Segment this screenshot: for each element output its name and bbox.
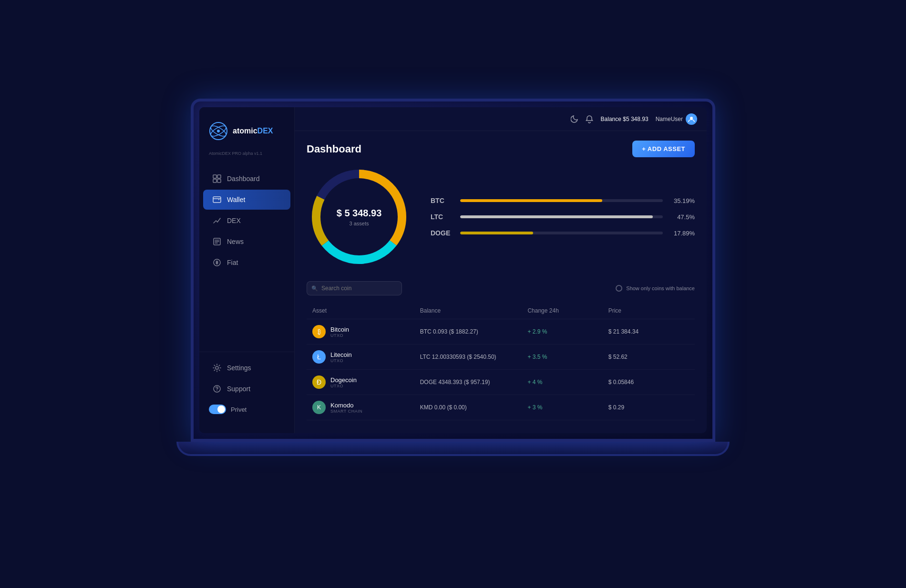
- logo-icon: [209, 122, 228, 141]
- coin-name-kmd: Komodo: [330, 402, 362, 409]
- show-balance-radio[interactable]: [616, 285, 622, 292]
- svg-rect-8: [213, 197, 221, 203]
- change-btc: + 2.9 %: [527, 328, 608, 335]
- donut-amount: $ 5 348.93: [337, 208, 382, 219]
- news-label: News: [227, 238, 244, 245]
- settings-label: Settings: [227, 364, 251, 372]
- support-icon: [213, 385, 221, 393]
- sidebar-item-dex[interactable]: DEX: [203, 211, 290, 231]
- news-icon: [213, 237, 221, 246]
- user-menu[interactable]: NameUser: [656, 113, 697, 125]
- coin-icon-btc: ₿: [312, 325, 326, 338]
- coin-icon-kmd: K: [312, 401, 326, 414]
- coin-icon-doge: Ð: [312, 375, 326, 389]
- logo-area: atomicDEX: [199, 117, 294, 150]
- svg-point-13: [216, 390, 217, 391]
- legend-doge-pct: 17.89%: [669, 230, 695, 237]
- add-asset-button[interactable]: + ADD ASSET: [632, 141, 695, 157]
- balance-btc: BTC 0.093 ($ 1882.27): [420, 328, 528, 335]
- coin-tag-ltc: UTXO: [330, 358, 352, 363]
- sidebar-bottom: Settings Support Privet: [199, 352, 294, 424]
- privet-toggle[interactable]: [209, 405, 226, 414]
- asset-cell-btc: ₿ Bitcoin UTXO: [312, 325, 420, 338]
- legend-doge: DOGE 17.89%: [431, 229, 695, 237]
- show-balance-toggle[interactable]: Show only coins with balance: [616, 285, 695, 292]
- asset-cell-ltc: Ł Litecoin UTXO: [312, 350, 420, 364]
- table-row[interactable]: Ð Dogecoin UTXO DOGE 4348.393 ($ 957.19)…: [307, 370, 695, 395]
- balance-doge: DOGE 4348.393 ($ 957.19): [420, 379, 528, 385]
- dashboard-icon: [213, 174, 221, 183]
- username: NameUser: [656, 116, 683, 122]
- logo-text: atomicDEX: [233, 127, 273, 135]
- laptop-base: [176, 442, 730, 456]
- table-row[interactable]: ₿ Bitcoin UTXO BTC 0.093 ($ 1882.27) + 2…: [307, 319, 695, 345]
- legend-doge-track: [460, 232, 663, 234]
- sidebar-item-settings[interactable]: Settings: [203, 358, 290, 378]
- legend-btc-pct: 35.19%: [669, 197, 695, 204]
- table-row[interactable]: Ł Litecoin UTXO LTC 12.00330593 ($ 2540.…: [307, 345, 695, 370]
- legend-doge-fill: [460, 232, 533, 234]
- sidebar-item-dashboard[interactable]: Dashboard: [203, 169, 290, 189]
- assets-table: Asset Balance Change 24h Price ₿: [307, 303, 695, 420]
- moon-icon[interactable]: [571, 115, 579, 123]
- balance-kmd: KMD 0.00 ($ 0.00): [420, 404, 528, 411]
- svg-point-14: [690, 117, 693, 120]
- change-kmd: + 3 %: [527, 404, 608, 411]
- coin-info-kmd: Komodo SMART CHAIN: [330, 402, 362, 414]
- balance-amount: $5 348.93: [623, 116, 648, 122]
- top-header: Balance $5 348.93 NameUser: [295, 107, 707, 131]
- svg-rect-6: [213, 179, 216, 182]
- version-label: AtomicDEX PRO alpha v1.1: [199, 150, 294, 163]
- legend-ltc-name: LTC: [431, 213, 454, 221]
- svg-point-3: [217, 130, 220, 132]
- legend-ltc: LTC 47.5%: [431, 213, 695, 221]
- price-kmd: $ 0.29: [608, 404, 689, 411]
- legend-btc-track: [460, 199, 663, 202]
- page-title: Dashboard: [307, 143, 361, 155]
- change-ltc: + 3.5 %: [527, 354, 608, 360]
- coin-tag-btc: UTXO: [330, 333, 349, 338]
- dex-label: DEX: [227, 217, 241, 224]
- coin-info-btc: Bitcoin UTXO: [330, 326, 349, 338]
- show-balance-text: Show only coins with balance: [626, 285, 695, 291]
- asset-cell-kmd: K Komodo SMART CHAIN: [312, 401, 420, 414]
- donut-label: 3 assets: [337, 221, 382, 226]
- sidebar-item-news[interactable]: News: [203, 232, 290, 252]
- chart-legend: BTC 35.19% LTC: [431, 197, 695, 237]
- col-balance: Balance: [420, 307, 528, 314]
- search-wrap: 🔍: [307, 281, 402, 295]
- user-avatar: [686, 113, 697, 125]
- nav-items: Dashboard Wallet: [199, 163, 294, 352]
- sidebar: atomicDEX AtomicDEX PRO alpha v1.1: [199, 107, 295, 433]
- search-input[interactable]: [307, 281, 402, 295]
- fiat-label: Fiat: [227, 259, 238, 266]
- content-body: $ 5 348.93 3 assets BTC: [295, 164, 707, 433]
- col-price: Price: [608, 307, 689, 314]
- table-row[interactable]: K Komodo SMART CHAIN KMD 0.00 ($ 0.00) +…: [307, 395, 695, 420]
- sidebar-item-wallet[interactable]: Wallet: [203, 190, 290, 210]
- coin-name-btc: Bitcoin: [330, 326, 349, 333]
- legend-ltc-track: [460, 215, 663, 218]
- coin-info-ltc: Litecoin UTXO: [330, 351, 352, 363]
- legend-doge-name: DOGE: [431, 229, 454, 237]
- settings-icon: [213, 364, 221, 372]
- coin-tag-kmd: SMART CHAIN: [330, 409, 362, 414]
- asset-cell-doge: Ð Dogecoin UTXO: [312, 375, 420, 389]
- privet-label: Privet: [231, 406, 247, 413]
- legend-btc: BTC 35.19%: [431, 197, 695, 204]
- legend-btc-fill: [460, 199, 602, 202]
- coin-info-doge: Dogecoin UTXO: [330, 376, 357, 388]
- svg-rect-4: [213, 175, 216, 178]
- sidebar-item-support[interactable]: Support: [203, 379, 290, 399]
- bell-icon[interactable]: [585, 115, 594, 123]
- overview-section: $ 5 348.93 3 assets BTC: [307, 164, 695, 269]
- coin-tag-doge: UTXO: [330, 384, 357, 388]
- dashboard-label: Dashboard: [227, 175, 260, 182]
- coin-name-ltc: Litecoin: [330, 351, 352, 358]
- col-asset: Asset: [312, 307, 420, 314]
- col-change: Change 24h: [527, 307, 608, 314]
- header-icons: [571, 115, 594, 123]
- price-doge: $ 0.05846: [608, 379, 689, 385]
- table-header: Asset Balance Change 24h Price: [307, 303, 695, 319]
- sidebar-item-fiat[interactable]: Fiat: [203, 253, 290, 273]
